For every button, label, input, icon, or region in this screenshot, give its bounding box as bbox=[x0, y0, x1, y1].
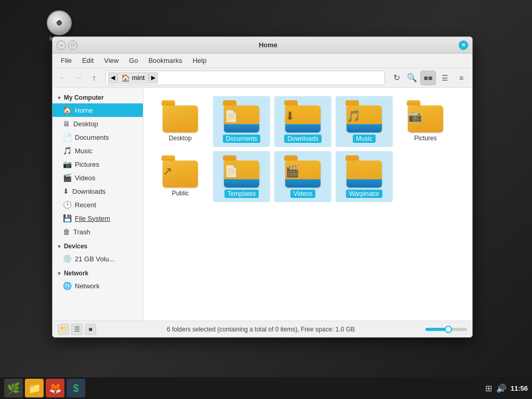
file-manager-window: – □ Home ✕ File Edit View Go Bookmarks H… bbox=[52, 36, 473, 338]
menu-bookmarks[interactable]: Bookmarks bbox=[144, 55, 187, 66]
folder-music-icon: 🎵 bbox=[345, 100, 383, 132]
close-area: ✕ bbox=[459, 41, 468, 50]
sidebar-trash-label: Trash bbox=[73, 228, 90, 236]
sidebar-section-my-computer[interactable]: ▼ My Computer bbox=[52, 92, 143, 103]
path-label: mint bbox=[132, 74, 145, 82]
devices-arrow: ▼ bbox=[57, 244, 62, 249]
folder-tab bbox=[223, 100, 236, 105]
sidebar-filesystem-label: File System bbox=[75, 215, 110, 222]
desktop: Install... – □ Home ✕ File Edit View Go … bbox=[0, 0, 532, 399]
icon-view-button[interactable]: ■■ bbox=[420, 71, 436, 85]
folder-warpinator[interactable]: Warpinator bbox=[336, 151, 393, 202]
mint-menu-button[interactable]: 🌿 bbox=[4, 379, 23, 397]
folder-desktop[interactable]: Desktop bbox=[152, 96, 209, 147]
maximize-button[interactable]: □ bbox=[68, 41, 77, 50]
sb-icon-1[interactable]: 📁 bbox=[58, 324, 69, 335]
sidebar-item-21gb[interactable]: 💿 21 GB Volu... bbox=[52, 252, 143, 265]
terminal-button[interactable]: $ bbox=[66, 379, 85, 397]
minimize-button[interactable]: – bbox=[57, 41, 66, 50]
menu-go[interactable]: Go bbox=[125, 55, 142, 66]
menu-view[interactable]: View bbox=[100, 55, 123, 66]
sidebar-downloads-label: Downloads bbox=[72, 188, 105, 195]
taskbar-left: 🌿 📁 🦊 $ bbox=[4, 379, 85, 397]
sidebar-item-trash[interactable]: 🗑 Trash bbox=[52, 225, 143, 238]
sb-icon-3[interactable]: ■ bbox=[85, 324, 96, 335]
system-clock: 11:56 bbox=[511, 384, 528, 392]
downloads-icon: ⬇ bbox=[63, 187, 69, 195]
sidebar-item-desktop[interactable]: 🖥 Desktop bbox=[52, 117, 143, 130]
folder-downloads[interactable]: ⬇ Downloads bbox=[274, 96, 331, 147]
zoom-track[interactable] bbox=[425, 328, 467, 331]
zoom-thumb[interactable] bbox=[445, 326, 452, 333]
taskbar: 🌿 📁 🦊 $ ⊞ 🔊 11:56 bbox=[0, 377, 532, 399]
close-button[interactable]: ✕ bbox=[459, 41, 468, 50]
list-view-button[interactable]: ☰ bbox=[437, 71, 453, 85]
network-tray-icon[interactable]: ⊞ bbox=[485, 383, 492, 393]
sidebar-item-home[interactable]: 🏠 Home bbox=[52, 103, 143, 117]
folder-templates-label: Templates bbox=[224, 190, 259, 198]
sidebar-item-pictures[interactable]: 📷 Pictures bbox=[52, 157, 143, 171]
volume-tray-icon[interactable]: 🔊 bbox=[496, 383, 507, 393]
search-button[interactable]: 🔍 bbox=[405, 71, 419, 85]
sidebar: ▼ My Computer 🏠 Home 🖥 Desktop 📄 Documen… bbox=[52, 88, 143, 321]
sidebar-item-recent[interactable]: 🕐 Recent bbox=[52, 198, 143, 211]
folder-public[interactable]: ↗ Public bbox=[152, 151, 209, 202]
menubar: File Edit View Go Bookmarks Help bbox=[52, 54, 472, 68]
folder-stripe bbox=[285, 124, 321, 132]
folder-stripe bbox=[347, 179, 382, 188]
up-button[interactable]: ↑ bbox=[87, 71, 101, 85]
menu-help[interactable]: Help bbox=[189, 55, 211, 66]
folder-downloads-icon: ⬇ bbox=[284, 100, 322, 132]
sidebar-item-videos[interactable]: 🎬 Videos bbox=[52, 171, 143, 184]
folder-desktop-label: Desktop bbox=[169, 135, 192, 142]
folder-documents-icon: 📄 bbox=[223, 100, 260, 132]
folder-body: 🎬 bbox=[285, 161, 321, 188]
videos-icon: 🎬 bbox=[63, 174, 72, 182]
tmpl-inner-icon: 📄 bbox=[224, 165, 238, 178]
sb-icon-2[interactable]: ☰ bbox=[71, 324, 83, 335]
compact-view-button[interactable]: ≡ bbox=[454, 71, 469, 85]
sidebar-item-documents[interactable]: 📄 Documents bbox=[52, 130, 143, 144]
folder-stripe bbox=[224, 124, 259, 132]
sidebar-item-downloads[interactable]: ⬇ Downloads bbox=[52, 184, 143, 198]
folder-tab bbox=[162, 100, 175, 105]
forward-button[interactable]: → bbox=[71, 71, 86, 85]
folder-tab bbox=[284, 100, 298, 105]
folder-videos-icon: 🎬 bbox=[284, 155, 322, 188]
sidebar-videos-label: Videos bbox=[75, 174, 96, 182]
folder-music[interactable]: 🎵 Music bbox=[336, 96, 393, 147]
folder-body: 📄 bbox=[224, 161, 259, 188]
sidebar-item-music[interactable]: 🎵 Music bbox=[52, 144, 143, 157]
folder-videos[interactable]: 🎬 Videos bbox=[274, 151, 331, 202]
sidebar-section-network[interactable]: ▼ Network bbox=[52, 268, 143, 279]
folder-tab bbox=[223, 155, 236, 161]
folder-pictures[interactable]: 📷 Pictures bbox=[397, 96, 454, 147]
folder-videos-label: Videos bbox=[290, 190, 315, 198]
path-left-arrow[interactable]: ◀ bbox=[108, 72, 117, 84]
folder-templates[interactable]: 📄 Templates bbox=[213, 151, 270, 202]
folder-documents-label: Documents bbox=[223, 135, 261, 143]
titlebar-buttons: – □ bbox=[57, 41, 77, 50]
main-content: ▼ My Computer 🏠 Home 🖥 Desktop 📄 Documen… bbox=[52, 88, 472, 321]
menu-edit[interactable]: Edit bbox=[78, 55, 98, 66]
volume-icon: 💿 bbox=[63, 255, 72, 263]
folder-documents[interactable]: 📄 Documents bbox=[213, 96, 270, 147]
toggle-path-button[interactable]: ↻ bbox=[389, 71, 404, 85]
dvd-hole bbox=[57, 20, 62, 25]
pictures-icon: 📷 bbox=[63, 160, 72, 168]
firefox-button[interactable]: 🦊 bbox=[46, 379, 64, 397]
folder-tab bbox=[345, 100, 359, 105]
back-button[interactable]: ← bbox=[56, 71, 70, 85]
folder-stripe bbox=[285, 179, 321, 188]
sidebar-item-filesystem[interactable]: 💾 File System bbox=[52, 211, 143, 225]
sidebar-section-devices[interactable]: ▼ Devices bbox=[52, 241, 143, 252]
path-right-arrow[interactable]: ▶ bbox=[149, 72, 158, 84]
menu-file[interactable]: File bbox=[57, 55, 76, 66]
path-home-item[interactable]: 🏠 mint bbox=[117, 72, 149, 84]
folder-body bbox=[347, 161, 382, 188]
sidebar-item-network[interactable]: 🌐 Network bbox=[52, 279, 143, 292]
sidebar-pictures-label: Pictures bbox=[75, 161, 99, 168]
desktop-icon: 🖥 bbox=[63, 119, 70, 128]
files-button[interactable]: 📁 bbox=[25, 379, 44, 397]
folder-public-icon: ↗ bbox=[162, 155, 199, 188]
